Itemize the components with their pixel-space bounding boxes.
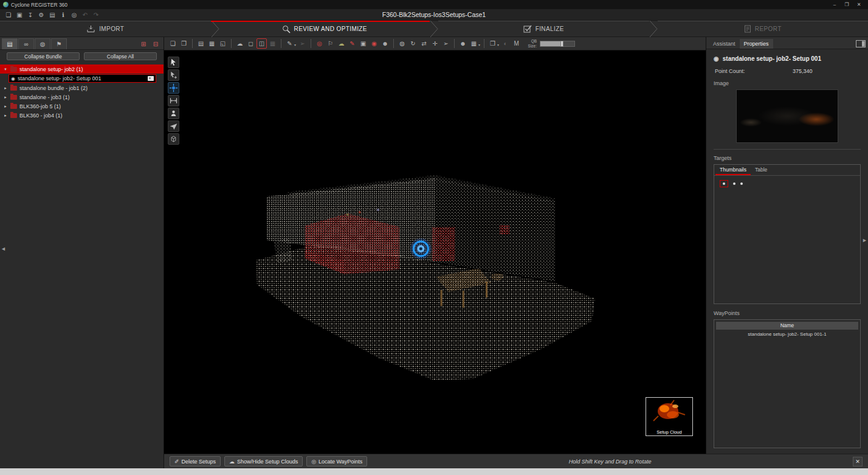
- setup-cloud-minimap[interactable]: Setup Cloud: [646, 397, 693, 436]
- sync-icon[interactable]: ↻: [408, 38, 418, 49]
- maximize-button[interactable]: ❐: [841, 1, 853, 9]
- show-hide-setup-clouds-button[interactable]: ☁ Show/Hide Setup Clouds: [224, 456, 303, 466]
- collapse-all-button[interactable]: Collapse All: [84, 52, 157, 60]
- tree-item-setup001[interactable]: ◉ standalone setup- job2- Setup 001: [9, 74, 156, 83]
- caret-right-icon[interactable]: ▸: [3, 104, 8, 109]
- redo-icon[interactable]: ↷: [91, 10, 101, 19]
- info-icon[interactable]: ℹ: [58, 10, 68, 19]
- target-thumbnail[interactable]: [740, 182, 743, 185]
- tree-item-job1[interactable]: ▸ standalone bundle - job1 (2): [0, 83, 164, 92]
- new-setup-icon[interactable]: ❏: [168, 38, 178, 49]
- target-thumbnail-selected[interactable]: [720, 180, 728, 187]
- panels-icon[interactable]: ❐: [487, 38, 498, 49]
- collapse-setups-icon[interactable]: ⊟: [150, 39, 162, 49]
- waypoints-name-header[interactable]: Name: [716, 322, 858, 330]
- setup-marker[interactable]: [410, 238, 431, 259]
- collapse-left-panel-arrow[interactable]: ◄: [1, 246, 6, 252]
- locate-waypoints-button[interactable]: ◎ Locate WayPoints: [306, 456, 367, 466]
- tree-item-blk360-job5[interactable]: ▸ BLK360-job 5 (1): [0, 102, 164, 111]
- clone-setup-icon[interactable]: ❐: [179, 38, 189, 49]
- tree-item-job3[interactable]: ▸ standalone - job3 (1): [0, 92, 164, 102]
- close-button[interactable]: ✕: [853, 1, 865, 9]
- target-thumbnail[interactable]: [733, 182, 735, 185]
- dropdown-caret-icon[interactable]: ▾: [478, 43, 480, 47]
- minimize-button[interactable]: –: [828, 1, 841, 9]
- add-target-icon[interactable]: ◎: [314, 38, 325, 49]
- globe-icon[interactable]: ◍: [397, 38, 407, 49]
- layers-icon[interactable]: ▤: [196, 38, 206, 49]
- single-view-icon[interactable]: ◻: [246, 38, 256, 49]
- caret-right-icon[interactable]: ▸: [3, 86, 8, 91]
- zoom-region-icon[interactable]: ◱: [218, 38, 228, 49]
- measure-distance-tool[interactable]: [168, 95, 179, 106]
- dropdown-caret-icon[interactable]: ▾: [497, 43, 499, 47]
- tab-thumbnails[interactable]: Thumbnails: [715, 165, 751, 175]
- help-icon[interactable]: ◎: [69, 10, 79, 19]
- collapse-right-panel-arrow[interactable]: ►: [862, 237, 867, 243]
- add-person-icon[interactable]: ☻: [380, 38, 390, 49]
- cursor-select-tool[interactable]: [168, 57, 179, 68]
- import-icon[interactable]: ↧: [26, 10, 35, 19]
- split-view-icon[interactable]: ◫: [257, 38, 267, 49]
- swap-view-icon[interactable]: ⇄: [419, 38, 429, 49]
- camera-icon[interactable]: ▣: [358, 38, 368, 49]
- tab-project-tree[interactable]: ▤: [2, 38, 18, 49]
- tree-item-blk360-job4[interactable]: ▸ BLK360 - job4 (1): [0, 111, 164, 120]
- draw-annotation-icon[interactable]: ✎: [347, 38, 357, 49]
- pano-view-icon[interactable]: ▦: [207, 38, 217, 49]
- users-icon[interactable]: ☻: [458, 38, 468, 49]
- setup-image-thumbnail[interactable]: [736, 89, 838, 143]
- point-count-row: Point Count: 375,340: [714, 66, 861, 78]
- workflow-step-report[interactable]: REPORT: [658, 21, 868, 36]
- undo-icon[interactable]: ↶: [80, 10, 90, 19]
- cube-view-tool[interactable]: [168, 133, 179, 145]
- viewport-tool-strip: [168, 57, 179, 145]
- annotate-pen-icon[interactable]: ✎: [284, 38, 295, 49]
- fly-view-tool[interactable]: [168, 120, 179, 132]
- delete-setups-button[interactable]: ✐ Delete Setups: [170, 456, 221, 466]
- multi-mode-icon[interactable]: M: [511, 38, 522, 49]
- workflow-step-label: REVIEW AND OPTIMIZE: [294, 26, 367, 32]
- settings-gear-icon[interactable]: ⚙: [36, 10, 46, 19]
- panel-layout-icon[interactable]: [856, 40, 866, 47]
- grid-view-icon[interactable]: ▦: [267, 38, 278, 49]
- tab-tags[interactable]: ⚑: [51, 38, 67, 49]
- grid-settings-icon[interactable]: ▦: [469, 38, 479, 49]
- caret-down-icon[interactable]: ▾: [3, 67, 8, 72]
- toolbar-separator: [231, 39, 232, 48]
- report-list-icon[interactable]: ▤: [47, 10, 57, 19]
- qb-size-slider-thumb[interactable]: [560, 41, 563, 47]
- tab-properties[interactable]: Properties: [740, 39, 773, 49]
- tab-links[interactable]: ∞: [18, 38, 34, 49]
- workflow-step-finalize[interactable]: FINALIZE: [438, 21, 649, 36]
- tree-item-job2[interactable]: ▾ standalone setup- job2 (1): [0, 64, 164, 74]
- add-tag-icon[interactable]: ⚐: [325, 38, 336, 49]
- workflow-step-import[interactable]: IMPORT: [0, 21, 211, 36]
- cloud-view-icon[interactable]: ☁: [235, 38, 245, 49]
- expand-setups-icon[interactable]: ⊞: [137, 39, 150, 49]
- move-tool-icon[interactable]: ✛: [430, 38, 440, 49]
- orbit-pan-tool[interactable]: [168, 82, 179, 94]
- caret-right-icon[interactable]: ▸: [3, 95, 8, 100]
- pick-point-tool[interactable]: [168, 69, 179, 81]
- contrast-icon[interactable]: ◐: [500, 38, 511, 49]
- viewport-3d[interactable]: Setup Cloud: [164, 50, 706, 454]
- fly-tool-icon[interactable]: ➢: [441, 38, 451, 49]
- pick-arrow-icon[interactable]: ➢: [297, 38, 308, 49]
- tab-assistant[interactable]: Assistant: [709, 39, 740, 49]
- caret-right-icon[interactable]: ▸: [3, 113, 8, 118]
- add-waypoint-icon[interactable]: ◉: [369, 38, 379, 49]
- tab-web[interactable]: ◍: [35, 38, 50, 49]
- tab-table[interactable]: Table: [751, 165, 771, 175]
- collapse-bundle-button[interactable]: Collapse Bundle: [7, 52, 80, 60]
- qb-size-slider[interactable]: [540, 41, 575, 47]
- open-project-icon[interactable]: ❏: [4, 10, 13, 19]
- bar-close-button[interactable]: ✕: [853, 457, 863, 466]
- cloud-mode-icon[interactable]: ☁: [336, 38, 346, 49]
- workflow-step-review[interactable]: REVIEW AND OPTIMIZE: [219, 21, 430, 36]
- document-icon: [744, 25, 751, 33]
- save-icon[interactable]: ▣: [15, 10, 24, 19]
- waypoint-row[interactable]: standalone setup- job2- Setup 001-1: [716, 330, 858, 339]
- person-view-tool[interactable]: [168, 108, 179, 119]
- dropdown-caret-icon[interactable]: ▾: [294, 43, 296, 47]
